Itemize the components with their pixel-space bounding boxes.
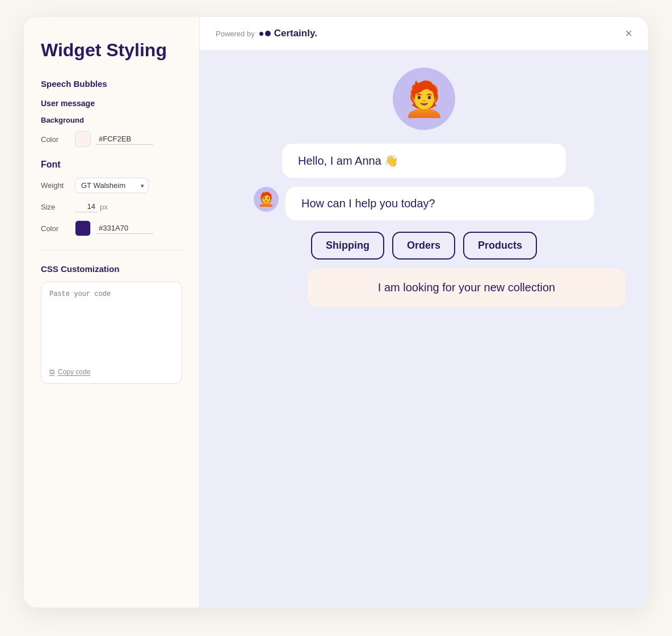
font-subsection: Font Weight GT Walsheim Inter Roboto Ope… (41, 160, 182, 236)
help-text: How can I help you today? (301, 197, 435, 210)
certainly-name: Certainly. (274, 28, 317, 39)
help-bubble: How can I help you today? (285, 187, 594, 220)
bg-color-row: Color (41, 131, 182, 147)
font-color-swatch[interactable] (75, 220, 91, 236)
certainly-logo: Certainly. (259, 28, 317, 39)
copy-code-label: Copy code (58, 368, 90, 376)
user-message-bubble: I am looking for your new collection (308, 269, 625, 307)
bot-avatar-small: 🧑‍🦰 (254, 187, 279, 212)
css-section-title: CSS Customization (41, 264, 182, 274)
greeting-bubble: Hello, I am Anna 👋 (282, 144, 566, 178)
left-panel: Widget Styling Speech Bubbles User messa… (24, 17, 200, 608)
quick-reply-shipping[interactable]: Shipping (311, 232, 384, 260)
font-size-row: Size px (41, 201, 182, 212)
font-size-unit: px (100, 203, 108, 211)
copy-code-button[interactable]: ⧉ Copy code (49, 367, 90, 376)
bg-color-field-label: Color (41, 135, 75, 144)
dot-small (259, 32, 263, 36)
dot-large (265, 31, 271, 36)
greeting-text: Hello, I am Anna 👋 (298, 154, 398, 167)
bg-color-swatch[interactable] (75, 131, 91, 147)
user-message-label: User message (41, 99, 182, 108)
help-row: 🧑‍🦰 How can I help you today? (254, 187, 594, 220)
font-label: Font (41, 160, 182, 170)
background-subsection: Background Color (41, 116, 182, 147)
powered-by-row: Powered by Certainly. (216, 28, 317, 39)
divider (41, 250, 182, 250)
page-title: Widget Styling (41, 40, 182, 61)
main-container: Widget Styling Speech Bubbles User messa… (24, 17, 648, 608)
css-customization-section: CSS Customization ⧉ Copy code (41, 264, 182, 384)
copy-icon: ⧉ (49, 367, 54, 376)
widget-header: Powered by Certainly. × (200, 17, 648, 51)
quick-reply-products[interactable]: Products (463, 232, 537, 260)
font-color-row: Color (41, 220, 182, 236)
font-color-input[interactable] (96, 223, 153, 234)
quick-reply-orders[interactable]: Orders (392, 232, 455, 260)
font-size-input[interactable] (75, 201, 98, 212)
user-message-section: User message Background Color Font Weigh… (41, 99, 182, 236)
powered-by-text: Powered by (216, 30, 255, 38)
font-weight-label: Weight (41, 181, 75, 190)
font-weight-select[interactable]: GT Walsheim Inter Roboto Open Sans (75, 178, 149, 193)
close-button[interactable]: × (625, 27, 632, 40)
speech-bubbles-title: Speech Bubbles (41, 79, 182, 89)
css-textarea[interactable] (49, 290, 174, 358)
font-color-label: Color (41, 224, 75, 233)
font-size-label: Size (41, 203, 75, 211)
background-label: Background (41, 116, 182, 124)
font-weight-select-wrapper: GT Walsheim Inter Roboto Open Sans (75, 178, 149, 193)
quick-replies: Shipping Orders Products (254, 232, 594, 260)
chat-body: 🧑‍🦰 Hello, I am Anna 👋 🧑‍🦰 How can I hel… (200, 51, 648, 608)
certainly-dots (259, 31, 271, 36)
right-panel: Powered by Certainly. × 🧑‍🦰 Hello, I am … (200, 17, 648, 608)
speech-bubbles-section: Speech Bubbles User message Background C… (41, 79, 182, 236)
font-weight-row: Weight GT Walsheim Inter Roboto Open San… (41, 178, 182, 193)
bg-color-input[interactable] (96, 133, 153, 145)
bot-avatar-large: 🧑‍🦰 (393, 68, 455, 130)
user-message-text: I am looking for your new collection (378, 281, 555, 294)
css-textarea-wrapper: ⧉ Copy code (41, 282, 182, 384)
